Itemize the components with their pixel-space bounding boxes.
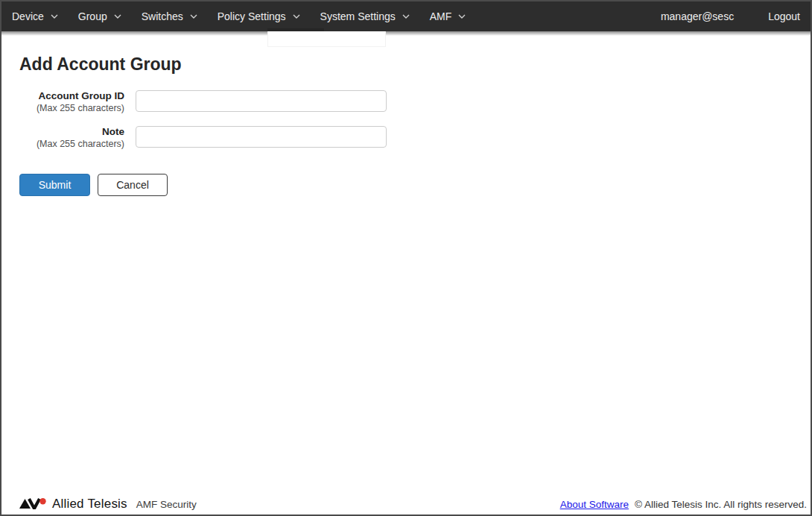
chevron-down-icon — [402, 14, 410, 19]
nav-menu-device[interactable]: Device — [12, 10, 58, 22]
nav-menu-policy-settings[interactable]: Policy Settings — [218, 10, 300, 22]
nav-menu-label: Group — [78, 10, 107, 22]
note-hint: (Max 255 characters) — [19, 138, 124, 150]
app-window: Device Group Switches Policy Settings Sy… — [0, 0, 812, 516]
nav-menu-label: System Settings — [320, 10, 396, 22]
brand-name: Allied Telesis — [52, 497, 127, 512]
footer: Allied Telesis AMF Security About Softwa… — [1, 492, 811, 515]
nav-menu-label: AMF — [430, 10, 452, 22]
chevron-down-icon — [458, 14, 466, 19]
nav-menu-amf[interactable]: AMF — [430, 10, 466, 22]
logout-button[interactable]: Logout — [768, 10, 800, 22]
dropdown-remnant-shadow — [267, 28, 324, 31]
logged-in-user: manager@sesc — [661, 10, 734, 22]
account-group-id-label: Account Group ID — [19, 90, 124, 102]
dropdown-remnant-panel — [267, 31, 386, 47]
nav-menu-label: Policy Settings — [218, 10, 286, 22]
nav-menu-group[interactable]: Group — [78, 10, 121, 22]
chevron-down-icon — [114, 14, 121, 19]
nav-menu-system-settings[interactable]: System Settings — [320, 10, 410, 22]
nav-right-group: manager@sesc Logout — [661, 10, 800, 22]
account-group-id-hint: (Max 255 characters) — [19, 102, 124, 114]
nav-menu-label: Switches — [142, 10, 183, 22]
note-label: Note — [19, 126, 124, 138]
account-group-id-input[interactable] — [136, 90, 387, 112]
field-label-block: Note (Max 255 characters) — [19, 126, 124, 150]
submit-button[interactable]: Submit — [19, 174, 90, 196]
form-buttons: Submit Cancel — [19, 174, 168, 196]
copyright-text: © Allied Telesis Inc. All rights reserve… — [635, 499, 807, 510]
allied-telesis-logo-icon — [19, 498, 47, 512]
cancel-button[interactable]: Cancel — [98, 174, 168, 196]
field-label-block: Account Group ID (Max 255 characters) — [19, 90, 124, 114]
chevron-down-icon — [51, 14, 58, 19]
nav-menu-label: Device — [12, 10, 44, 22]
top-nav: Device Group Switches Policy Settings Sy… — [1, 1, 811, 31]
about-software-link[interactable]: About Software — [560, 499, 629, 510]
product-name: AMF Security — [136, 499, 197, 510]
footer-brand-group: Allied Telesis AMF Security — [19, 497, 197, 512]
footer-legal-group: About Software © Allied Telesis Inc. All… — [560, 499, 807, 510]
chevron-down-icon — [190, 14, 197, 19]
nav-menu-switches[interactable]: Switches — [142, 10, 197, 22]
page-title: Add Account Group — [19, 54, 182, 75]
note-input[interactable] — [136, 126, 387, 148]
chevron-down-icon — [293, 14, 300, 19]
